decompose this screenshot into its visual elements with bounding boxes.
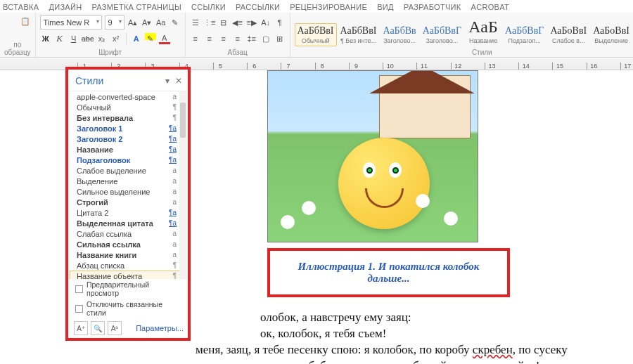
indent-inc-icon[interactable]: ≡▶ (246, 17, 257, 28)
style-tile[interactable]: АаБоВвІВыделение (590, 23, 632, 46)
shrink-font-icon[interactable]: A▾ (141, 17, 153, 28)
sort-icon[interactable]: A↓ (260, 17, 271, 28)
body-line-4[interactable]: метен, я от дедушки ушел, я от бабушки у… (148, 358, 619, 364)
align-center-icon[interactable]: ≡ (204, 33, 215, 44)
indent-dec-icon[interactable]: ◀≡ (232, 17, 243, 28)
shading-icon[interactable]: ▢ (260, 33, 271, 44)
ribbon: 📋 по образцу Times New R 9 A▴ A▾ Aa ✎ Ж … (0, 13, 633, 58)
clipboard-label: по образцу (4, 41, 31, 56)
style-list-item[interactable]: Сильное выделениеa (70, 186, 186, 197)
style-list-item[interactable]: Сильная ссылкаa (70, 239, 186, 249)
styles-group-label: Стили (295, 48, 633, 56)
styles-pane: Стили ▾ ✕ apple-converted-spaceaОбычный¶… (65, 67, 191, 341)
align-right-icon[interactable]: ≡ (218, 33, 229, 44)
bullets-icon[interactable]: ☰ (190, 17, 201, 28)
font-group-label: Шрифт (40, 48, 181, 56)
styles-pane-close-icon[interactable]: ✕ (175, 76, 182, 86)
font-family-select[interactable]: Times New R (40, 15, 102, 30)
ruler-tick: 9 (349, 63, 362, 70)
style-tile[interactable]: АаБбВвЗаголово... (380, 23, 418, 46)
styles-gallery[interactable]: АаБбВвІОбычныйАаБбВвІ¶ Без инте...АаБбВв… (295, 15, 633, 46)
grow-font-icon[interactable]: A▴ (127, 17, 139, 28)
disable-linked-checkbox[interactable]: Отключить связанные стили (68, 299, 188, 318)
style-tile[interactable]: АаБбВвГЗаголово... (420, 23, 464, 46)
caption-box[interactable]: Иллюстрация 1. И покатился колобок дальш… (267, 248, 510, 297)
tab-mailings[interactable]: РАССЫЛКИ (236, 3, 280, 11)
text-effects-icon[interactable]: A (131, 33, 142, 44)
tab-review[interactable]: РЕЦЕНЗИРОВАНИЕ (290, 3, 367, 11)
ruler-tick: 17 (620, 63, 633, 70)
style-list-item[interactable]: Подзаголовок¶a (70, 155, 186, 165)
multilevel-icon[interactable]: ⊟ (218, 17, 229, 28)
ruler-tick: 7 (281, 63, 293, 70)
style-list-item[interactable]: Слабая ссылкаa (70, 228, 186, 239)
styles-pane-dropdown-icon[interactable]: ▾ (165, 76, 170, 86)
style-tile[interactable]: АаБбВвГПодзагол... (502, 23, 546, 46)
manage-styles-icon[interactable]: Aᵃ (108, 321, 122, 335)
subscript-icon[interactable]: x₂ (96, 33, 108, 44)
justify-icon[interactable]: ≡ (232, 33, 243, 44)
style-list-item[interactable]: Слабое выделениеa (70, 165, 186, 176)
styles-params-link[interactable]: Параметры... (136, 324, 184, 332)
style-list-item[interactable]: Без интервала¶ (70, 112, 186, 123)
ruler-tick: 10 (383, 63, 395, 70)
tab-acrobat[interactable]: ACROBAT (471, 3, 509, 11)
borders-icon[interactable]: ⊞ (274, 33, 286, 44)
style-list-item[interactable]: Заголовок 1¶a (70, 123, 186, 134)
tab-design[interactable]: ДИЗАЙН (49, 3, 82, 11)
tab-layout[interactable]: РАЗМЕТКА СТРАНИЦЫ (91, 3, 181, 11)
style-list-item[interactable]: Строгийa (70, 197, 186, 207)
style-list-item[interactable]: Заголовок 2¶a (70, 134, 186, 144)
font-color-icon[interactable]: A (159, 33, 170, 44)
clear-format-icon[interactable]: ✎ (170, 17, 181, 28)
ruler-tick: 5 (213, 63, 226, 70)
style-list-item[interactable]: Выделениеa (70, 176, 186, 186)
superscript-icon[interactable]: x² (110, 33, 122, 44)
tab-view[interactable]: ВИД (377, 3, 394, 11)
preview-checkbox[interactable]: Предварительный просмотр (68, 279, 188, 299)
style-list-item[interactable]: Выделенная цитата¶a (70, 218, 186, 228)
ruler-tick: 12 (451, 63, 463, 70)
ruler-tick: 11 (416, 63, 429, 70)
numbering-icon[interactable]: ⋮≡ (204, 17, 215, 28)
style-list-item[interactable]: Цитата 2¶a (70, 207, 186, 218)
paragraph-group-label: Абзац (190, 48, 286, 56)
format-painter-label (0, 14, 42, 34)
ribbon-tabs: ВСТАВКА ДИЗАЙН РАЗМЕТКА СТРАНИЦЫ ССЫЛКИ … (0, 0, 633, 13)
illustration-image[interactable] (267, 70, 478, 242)
style-list-item[interactable]: Название¶a (70, 144, 186, 155)
change-case-icon[interactable]: Aa (155, 17, 167, 28)
strike-button[interactable]: abc (82, 33, 94, 44)
scrollbar[interactable] (179, 91, 186, 279)
tab-insert[interactable]: ВСТАВКА (3, 3, 39, 11)
style-inspector-icon[interactable]: 🔍 (91, 321, 105, 335)
style-list-item[interactable]: Название книгиa (70, 249, 186, 260)
ruler-tick: 14 (518, 63, 531, 70)
new-style-icon[interactable]: A⁺ (74, 321, 88, 335)
body-line-3[interactable]: ————меня, заяц, я тебе песенку спою: я к… (148, 342, 619, 358)
style-tile[interactable]: АаБбВвІ¶ Без инте... (338, 23, 380, 46)
line-spacing-icon[interactable]: ‡≡ (246, 33, 257, 44)
styles-list[interactable]: apple-converted-spaceaОбычный¶Без интерв… (70, 91, 186, 279)
body-line-1[interactable]: олобок, а навстречу ему заяц: (260, 310, 619, 326)
style-list-item[interactable]: Абзац списка¶ (70, 260, 186, 271)
italic-button[interactable]: К (54, 33, 65, 44)
ruler-tick: 8 (315, 63, 328, 70)
style-tile[interactable]: АаБбВвІОбычный (295, 23, 337, 46)
ruler-tick: 6 (247, 63, 260, 70)
style-list-item[interactable]: apple-converted-spacea (70, 91, 186, 102)
style-list-item[interactable]: Название объекта¶ (70, 271, 186, 279)
scrollbar-thumb[interactable] (180, 103, 186, 138)
underline-button[interactable]: Ч (68, 33, 79, 44)
bold-button[interactable]: Ж (40, 33, 51, 44)
style-tile[interactable]: АаБНазвание (465, 15, 501, 46)
style-list-item[interactable]: Обычный¶ (70, 102, 186, 112)
body-line-2[interactable]: ок, колобок, я тебя съем! (260, 326, 619, 342)
style-tile[interactable]: АаБоВвІСлабое в... (547, 23, 589, 46)
highlight-icon[interactable]: ✎ (145, 33, 156, 44)
tab-references[interactable]: ССЫЛКИ (191, 3, 226, 11)
align-left-icon[interactable]: ≡ (190, 33, 201, 44)
font-size-select[interactable]: 9 (105, 15, 124, 30)
tab-developer[interactable]: РАЗРАБОТЧИК (404, 3, 461, 11)
show-marks-icon[interactable]: ¶ (274, 17, 286, 28)
